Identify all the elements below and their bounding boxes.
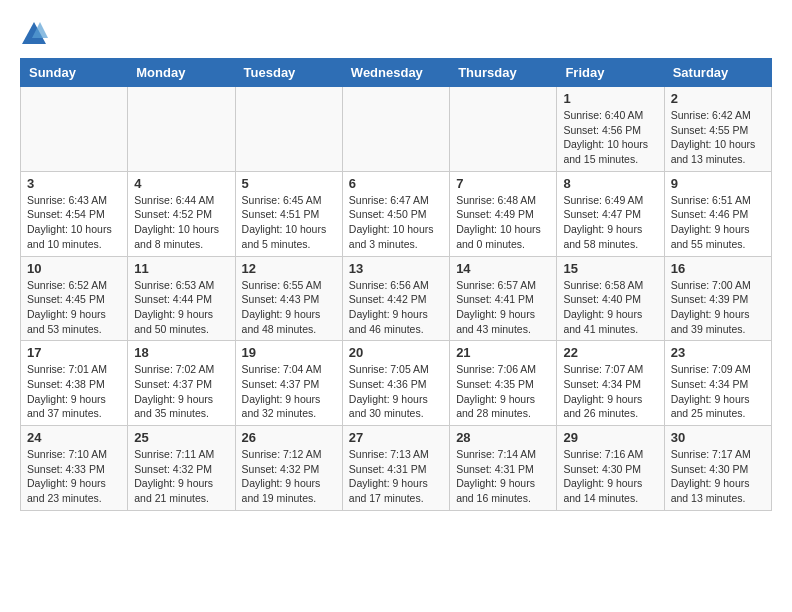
calendar-cell: 16Sunrise: 7:00 AM Sunset: 4:39 PM Dayli… bbox=[664, 256, 771, 341]
cell-info: Sunrise: 6:45 AM Sunset: 4:51 PM Dayligh… bbox=[242, 193, 336, 252]
day-number: 18 bbox=[134, 345, 228, 360]
cell-info: Sunrise: 7:01 AM Sunset: 4:38 PM Dayligh… bbox=[27, 362, 121, 421]
calendar-cell: 24Sunrise: 7:10 AM Sunset: 4:33 PM Dayli… bbox=[21, 426, 128, 511]
day-number: 27 bbox=[349, 430, 443, 445]
day-number: 13 bbox=[349, 261, 443, 276]
calendar-header: SundayMondayTuesdayWednesdayThursdayFrid… bbox=[21, 59, 772, 87]
day-number: 26 bbox=[242, 430, 336, 445]
day-number: 6 bbox=[349, 176, 443, 191]
calendar-cell: 9Sunrise: 6:51 AM Sunset: 4:46 PM Daylig… bbox=[664, 171, 771, 256]
week-row-5: 24Sunrise: 7:10 AM Sunset: 4:33 PM Dayli… bbox=[21, 426, 772, 511]
calendar-cell: 19Sunrise: 7:04 AM Sunset: 4:37 PM Dayli… bbox=[235, 341, 342, 426]
calendar-cell: 18Sunrise: 7:02 AM Sunset: 4:37 PM Dayli… bbox=[128, 341, 235, 426]
calendar-cell: 21Sunrise: 7:06 AM Sunset: 4:35 PM Dayli… bbox=[450, 341, 557, 426]
week-row-3: 10Sunrise: 6:52 AM Sunset: 4:45 PM Dayli… bbox=[21, 256, 772, 341]
calendar-table: SundayMondayTuesdayWednesdayThursdayFrid… bbox=[20, 58, 772, 511]
cell-info: Sunrise: 7:07 AM Sunset: 4:34 PM Dayligh… bbox=[563, 362, 657, 421]
calendar-cell: 6Sunrise: 6:47 AM Sunset: 4:50 PM Daylig… bbox=[342, 171, 449, 256]
calendar-cell: 1Sunrise: 6:40 AM Sunset: 4:56 PM Daylig… bbox=[557, 87, 664, 172]
calendar-cell: 4Sunrise: 6:44 AM Sunset: 4:52 PM Daylig… bbox=[128, 171, 235, 256]
header-cell-monday: Monday bbox=[128, 59, 235, 87]
cell-info: Sunrise: 6:40 AM Sunset: 4:56 PM Dayligh… bbox=[563, 108, 657, 167]
calendar-cell: 13Sunrise: 6:56 AM Sunset: 4:42 PM Dayli… bbox=[342, 256, 449, 341]
day-number: 11 bbox=[134, 261, 228, 276]
day-number: 2 bbox=[671, 91, 765, 106]
day-number: 7 bbox=[456, 176, 550, 191]
calendar-cell: 12Sunrise: 6:55 AM Sunset: 4:43 PM Dayli… bbox=[235, 256, 342, 341]
cell-info: Sunrise: 6:52 AM Sunset: 4:45 PM Dayligh… bbox=[27, 278, 121, 337]
cell-info: Sunrise: 7:04 AM Sunset: 4:37 PM Dayligh… bbox=[242, 362, 336, 421]
calendar-cell: 30Sunrise: 7:17 AM Sunset: 4:30 PM Dayli… bbox=[664, 426, 771, 511]
header-row: SundayMondayTuesdayWednesdayThursdayFrid… bbox=[21, 59, 772, 87]
header-cell-wednesday: Wednesday bbox=[342, 59, 449, 87]
cell-info: Sunrise: 7:16 AM Sunset: 4:30 PM Dayligh… bbox=[563, 447, 657, 506]
cell-info: Sunrise: 6:49 AM Sunset: 4:47 PM Dayligh… bbox=[563, 193, 657, 252]
cell-info: Sunrise: 6:57 AM Sunset: 4:41 PM Dayligh… bbox=[456, 278, 550, 337]
calendar-cell: 26Sunrise: 7:12 AM Sunset: 4:32 PM Dayli… bbox=[235, 426, 342, 511]
day-number: 9 bbox=[671, 176, 765, 191]
day-number: 23 bbox=[671, 345, 765, 360]
cell-info: Sunrise: 7:09 AM Sunset: 4:34 PM Dayligh… bbox=[671, 362, 765, 421]
day-number: 5 bbox=[242, 176, 336, 191]
week-row-4: 17Sunrise: 7:01 AM Sunset: 4:38 PM Dayli… bbox=[21, 341, 772, 426]
day-number: 19 bbox=[242, 345, 336, 360]
calendar-cell: 29Sunrise: 7:16 AM Sunset: 4:30 PM Dayli… bbox=[557, 426, 664, 511]
calendar-cell: 8Sunrise: 6:49 AM Sunset: 4:47 PM Daylig… bbox=[557, 171, 664, 256]
calendar-cell: 25Sunrise: 7:11 AM Sunset: 4:32 PM Dayli… bbox=[128, 426, 235, 511]
cell-info: Sunrise: 6:47 AM Sunset: 4:50 PM Dayligh… bbox=[349, 193, 443, 252]
header-cell-thursday: Thursday bbox=[450, 59, 557, 87]
header-cell-saturday: Saturday bbox=[664, 59, 771, 87]
day-number: 1 bbox=[563, 91, 657, 106]
week-row-1: 1Sunrise: 6:40 AM Sunset: 4:56 PM Daylig… bbox=[21, 87, 772, 172]
calendar-cell: 2Sunrise: 6:42 AM Sunset: 4:55 PM Daylig… bbox=[664, 87, 771, 172]
cell-info: Sunrise: 7:11 AM Sunset: 4:32 PM Dayligh… bbox=[134, 447, 228, 506]
calendar-cell bbox=[128, 87, 235, 172]
day-number: 10 bbox=[27, 261, 121, 276]
calendar-body: 1Sunrise: 6:40 AM Sunset: 4:56 PM Daylig… bbox=[21, 87, 772, 511]
calendar-cell bbox=[450, 87, 557, 172]
cell-info: Sunrise: 7:06 AM Sunset: 4:35 PM Dayligh… bbox=[456, 362, 550, 421]
calendar-cell: 22Sunrise: 7:07 AM Sunset: 4:34 PM Dayli… bbox=[557, 341, 664, 426]
day-number: 8 bbox=[563, 176, 657, 191]
logo bbox=[20, 20, 52, 48]
cell-info: Sunrise: 6:43 AM Sunset: 4:54 PM Dayligh… bbox=[27, 193, 121, 252]
cell-info: Sunrise: 6:42 AM Sunset: 4:55 PM Dayligh… bbox=[671, 108, 765, 167]
cell-info: Sunrise: 7:17 AM Sunset: 4:30 PM Dayligh… bbox=[671, 447, 765, 506]
calendar-cell: 15Sunrise: 6:58 AM Sunset: 4:40 PM Dayli… bbox=[557, 256, 664, 341]
cell-info: Sunrise: 6:55 AM Sunset: 4:43 PM Dayligh… bbox=[242, 278, 336, 337]
day-number: 16 bbox=[671, 261, 765, 276]
cell-info: Sunrise: 7:00 AM Sunset: 4:39 PM Dayligh… bbox=[671, 278, 765, 337]
calendar-cell: 11Sunrise: 6:53 AM Sunset: 4:44 PM Dayli… bbox=[128, 256, 235, 341]
calendar-cell: 27Sunrise: 7:13 AM Sunset: 4:31 PM Dayli… bbox=[342, 426, 449, 511]
calendar-cell: 5Sunrise: 6:45 AM Sunset: 4:51 PM Daylig… bbox=[235, 171, 342, 256]
cell-info: Sunrise: 6:44 AM Sunset: 4:52 PM Dayligh… bbox=[134, 193, 228, 252]
calendar-cell bbox=[235, 87, 342, 172]
header-cell-friday: Friday bbox=[557, 59, 664, 87]
page-header bbox=[20, 20, 772, 48]
calendar-cell bbox=[342, 87, 449, 172]
logo-icon bbox=[20, 20, 48, 48]
day-number: 12 bbox=[242, 261, 336, 276]
calendar-cell: 17Sunrise: 7:01 AM Sunset: 4:38 PM Dayli… bbox=[21, 341, 128, 426]
calendar-cell: 20Sunrise: 7:05 AM Sunset: 4:36 PM Dayli… bbox=[342, 341, 449, 426]
day-number: 4 bbox=[134, 176, 228, 191]
day-number: 20 bbox=[349, 345, 443, 360]
day-number: 29 bbox=[563, 430, 657, 445]
day-number: 14 bbox=[456, 261, 550, 276]
cell-info: Sunrise: 7:13 AM Sunset: 4:31 PM Dayligh… bbox=[349, 447, 443, 506]
header-cell-tuesday: Tuesday bbox=[235, 59, 342, 87]
day-number: 3 bbox=[27, 176, 121, 191]
calendar-cell: 14Sunrise: 6:57 AM Sunset: 4:41 PM Dayli… bbox=[450, 256, 557, 341]
calendar-cell: 3Sunrise: 6:43 AM Sunset: 4:54 PM Daylig… bbox=[21, 171, 128, 256]
calendar-cell: 10Sunrise: 6:52 AM Sunset: 4:45 PM Dayli… bbox=[21, 256, 128, 341]
cell-info: Sunrise: 7:10 AM Sunset: 4:33 PM Dayligh… bbox=[27, 447, 121, 506]
cell-info: Sunrise: 6:53 AM Sunset: 4:44 PM Dayligh… bbox=[134, 278, 228, 337]
day-number: 22 bbox=[563, 345, 657, 360]
calendar-cell: 7Sunrise: 6:48 AM Sunset: 4:49 PM Daylig… bbox=[450, 171, 557, 256]
cell-info: Sunrise: 7:02 AM Sunset: 4:37 PM Dayligh… bbox=[134, 362, 228, 421]
cell-info: Sunrise: 7:12 AM Sunset: 4:32 PM Dayligh… bbox=[242, 447, 336, 506]
week-row-2: 3Sunrise: 6:43 AM Sunset: 4:54 PM Daylig… bbox=[21, 171, 772, 256]
calendar-cell: 28Sunrise: 7:14 AM Sunset: 4:31 PM Dayli… bbox=[450, 426, 557, 511]
day-number: 30 bbox=[671, 430, 765, 445]
cell-info: Sunrise: 6:48 AM Sunset: 4:49 PM Dayligh… bbox=[456, 193, 550, 252]
